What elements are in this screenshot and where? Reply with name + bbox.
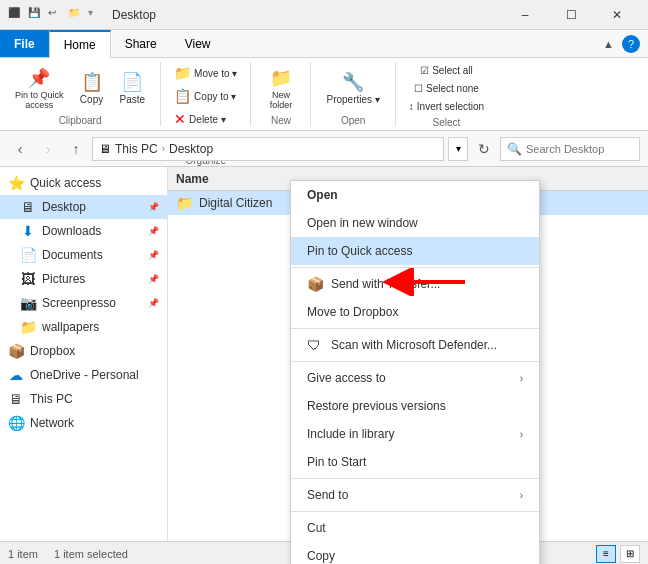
tab-view[interactable]: View <box>171 30 225 57</box>
documents-icon: 📄 <box>20 247 36 263</box>
address-path[interactable]: 🖥 This PC › Desktop <box>92 137 444 161</box>
search-box[interactable]: 🔍 <box>500 137 640 161</box>
send-to-arrow: › <box>520 490 523 501</box>
sidebar-item-pictures[interactable]: 🖼 Pictures 📌 <box>0 267 167 291</box>
open-group: 🔧 Properties ▾ Open <box>311 62 395 126</box>
ctx-send-to[interactable]: Send to › <box>291 481 539 509</box>
sidebar-item-network[interactable]: 🌐 Network <box>0 411 167 435</box>
pin-indicator-dl: 📌 <box>148 226 159 236</box>
pin-to-quickaccess-button[interactable]: 📌 Pin to Quickaccess <box>8 63 71 113</box>
dropbox-icon: 📦 <box>8 343 24 359</box>
ribbon: File Home Share View ▲ ? 📌 Pin to Quicka… <box>0 30 648 131</box>
select-items: ☑ Select all ☐ Select none ↕ Invert sele… <box>404 62 489 115</box>
new-folder-button[interactable]: 📁 Newfolder <box>262 63 300 113</box>
ctx-sep5 <box>291 511 539 512</box>
pictures-icon: 🖼 <box>20 271 36 287</box>
collapse-ribbon-btn[interactable]: ▲ <box>603 38 614 50</box>
transfer-icon: 📦 <box>307 276 327 292</box>
title-bar-controls: – ☐ ✕ <box>502 0 640 30</box>
ctx-give-access[interactable]: Give access to › <box>291 364 539 392</box>
save-icon: 💾 <box>28 7 44 23</box>
tab-file[interactable]: File <box>0 30 49 57</box>
path-desktop[interactable]: Desktop <box>169 142 213 156</box>
minimize-button[interactable]: – <box>502 0 548 30</box>
refresh-button[interactable]: ↻ <box>472 137 496 161</box>
context-menu: Open Open in new window Pin to Quick acc… <box>290 180 540 564</box>
downloads-icon: ⬇ <box>20 223 36 239</box>
ctx-copy[interactable]: Copy <box>291 542 539 564</box>
sidebar-item-thispc[interactable]: 🖥 This PC <box>0 387 167 411</box>
wallpapers-icon: 📁 <box>20 319 36 335</box>
sidebar-item-documents[interactable]: 📄 Documents 📌 <box>0 243 167 267</box>
screenpresso-icon: 📷 <box>20 295 36 311</box>
ctx-restore-versions[interactable]: Restore previous versions <box>291 392 539 420</box>
open-items: 🔧 Properties ▾ <box>319 62 386 113</box>
sidebar-item-screenpresso[interactable]: 📷 Screenpresso 📌 <box>0 291 167 315</box>
desktop-icon: 🖥 <box>20 199 36 215</box>
select-none-button[interactable]: ☐ Select none <box>409 80 484 97</box>
address-dropdown[interactable]: ▾ <box>448 137 468 161</box>
ctx-open-new-window[interactable]: Open in new window <box>291 209 539 237</box>
tab-share[interactable]: Share <box>111 30 171 57</box>
search-input[interactable] <box>526 143 633 155</box>
copyto-icon: 📋 <box>174 88 191 104</box>
network-icon: 🌐 <box>8 415 24 431</box>
ctx-cut[interactable]: Cut <box>291 514 539 542</box>
forward-button[interactable]: › <box>36 137 60 161</box>
path-sep1: › <box>162 143 165 154</box>
delete-button[interactable]: ✕ Delete ▾ <box>169 108 231 130</box>
copy-icon: 📋 <box>80 70 104 94</box>
ctx-sep3 <box>291 361 539 362</box>
sidebar-item-quickaccess[interactable]: ⭐ Quick access <box>0 171 167 195</box>
copy-to-button[interactable]: 📋 Copy to ▾ <box>169 85 241 107</box>
sidebar-item-onedrive[interactable]: ☁ OneDrive - Personal <box>0 363 167 387</box>
sidebar-item-dropbox[interactable]: 📦 Dropbox <box>0 339 167 363</box>
properties-button[interactable]: 🔧 Properties ▾ <box>319 67 386 108</box>
ctx-open[interactable]: Open <box>291 181 539 209</box>
sidebar: ⭐ Quick access 🖥 Desktop 📌 ⬇ Downloads 📌… <box>0 167 168 541</box>
select-all-button[interactable]: ☑ Select all <box>415 62 478 79</box>
new-group: 📁 Newfolder New <box>251 62 311 126</box>
delete-icon: ✕ <box>174 111 186 127</box>
ribbon-content: 📌 Pin to Quickaccess 📋 Copy 📄 Paste Clip… <box>0 58 648 130</box>
give-access-arrow: › <box>520 373 523 384</box>
pin-indicator-pic: 📌 <box>148 274 159 284</box>
ctx-scan-defender[interactable]: 🛡 Scan with Microsoft Defender... <box>291 331 539 359</box>
ctx-pin-quickaccess[interactable]: Pin to Quick access <box>291 237 539 265</box>
tab-home[interactable]: Home <box>49 30 111 58</box>
drive-icon: 🖥 <box>99 142 111 156</box>
close-button[interactable]: ✕ <box>594 0 640 30</box>
ctx-move-dropbox[interactable]: Move to Dropbox <box>291 298 539 326</box>
clipboard-group: 📌 Pin to Quickaccess 📋 Copy 📄 Paste Clip… <box>0 62 161 126</box>
sidebar-item-wallpapers[interactable]: 📁 wallpapers <box>0 315 167 339</box>
invert-selection-button[interactable]: ↕ Invert selection <box>404 98 489 115</box>
dropdown-arrow: ▾ <box>88 7 104 23</box>
ctx-sep4 <box>291 478 539 479</box>
copy-button[interactable]: 📋 Copy <box>73 67 111 108</box>
open-label: Open <box>341 115 365 126</box>
ctx-pin-start[interactable]: Pin to Start <box>291 448 539 476</box>
ctx-include-library[interactable]: Include in library › <box>291 420 539 448</box>
path-thispc[interactable]: This PC <box>115 142 158 156</box>
ribbon-tabs: File Home Share View ▲ ? <box>0 30 648 58</box>
pin-indicator-sp: 📌 <box>148 298 159 308</box>
paste-button[interactable]: 📄 Paste <box>113 67 153 108</box>
pin-indicator-doc: 📌 <box>148 250 159 260</box>
sidebar-item-desktop[interactable]: 🖥 Desktop 📌 <box>0 195 167 219</box>
include-library-arrow: › <box>520 429 523 440</box>
organize-group: 📁 Move to ▾ 📋 Copy to ▾ ✕ Delete ▾ ✏ Ren… <box>161 62 251 126</box>
help-button[interactable]: ? <box>622 35 640 53</box>
newfolder-icon: 📁 <box>269 66 293 90</box>
maximize-button[interactable]: ☐ <box>548 0 594 30</box>
sidebar-item-downloads[interactable]: ⬇ Downloads 📌 <box>0 219 167 243</box>
ctx-sep2 <box>291 328 539 329</box>
title-bar-icons: ⬛ 💾 ↩ 📁 ▾ <box>8 7 104 23</box>
highlight-arrow <box>380 268 470 296</box>
details-view-button[interactable]: ≡ <box>596 545 616 563</box>
large-icons-view-button[interactable]: ⊞ <box>620 545 640 563</box>
back-button[interactable]: ‹ <box>8 137 32 161</box>
view-controls: ≡ ⊞ <box>596 545 640 563</box>
move-to-button[interactable]: 📁 Move to ▾ <box>169 62 242 84</box>
up-button[interactable]: ↑ <box>64 137 88 161</box>
title-bar: ⬛ 💾 ↩ 📁 ▾ Desktop – ☐ ✕ <box>0 0 648 30</box>
